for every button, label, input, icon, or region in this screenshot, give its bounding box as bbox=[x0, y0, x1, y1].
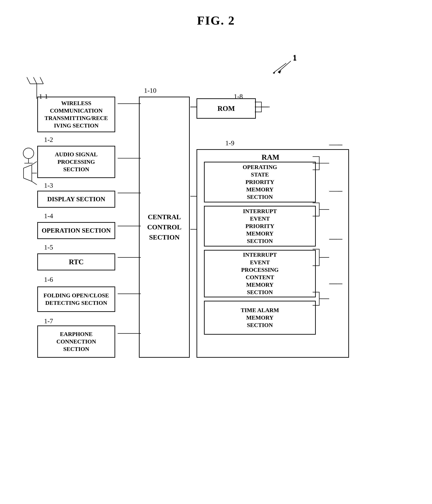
page-title: FIG. 2 bbox=[0, 0, 432, 28]
svg-marker-45 bbox=[278, 70, 281, 74]
rtc-box: RTC bbox=[37, 253, 115, 270]
ref-1-10: 1-10 bbox=[144, 86, 156, 94]
ram-outer-box: RAM OPERATING STATE PRIORITY MEMORY SECT… bbox=[196, 149, 349, 358]
svg-line-6 bbox=[33, 77, 37, 84]
svg-line-5 bbox=[27, 77, 30, 84]
svg-line-1 bbox=[273, 63, 286, 73]
ref-1-9: 1-9 bbox=[225, 139, 234, 147]
svg-marker-11 bbox=[24, 165, 32, 181]
ref-1-5: 1-5 bbox=[44, 243, 53, 251]
svg-point-8 bbox=[23, 148, 34, 159]
earphone-box: EARPHONE CONNECTION SECTION bbox=[37, 325, 115, 358]
ref-1-7: 1-7 bbox=[44, 317, 53, 325]
ref-1-2: 1-2 bbox=[44, 136, 53, 144]
ref-1-3: 1-3 bbox=[44, 181, 53, 189]
svg-text:1: 1 bbox=[293, 53, 297, 62]
central-control-box: CENTRAL CONTROL SECTION bbox=[139, 97, 190, 358]
operation-box: OPERATION SECTION bbox=[37, 222, 115, 239]
wireless-box: WIRELESS COMMUNICATION TRANSMITTING/RECE… bbox=[37, 97, 115, 132]
svg-line-12 bbox=[32, 162, 37, 165]
audio-box: AUDIO SIGNAL PROCESSING SECTION bbox=[37, 146, 115, 178]
svg-line-7 bbox=[40, 77, 43, 84]
ram-label: RAM bbox=[262, 153, 279, 162]
ref-1-6: 1-6 bbox=[44, 276, 53, 283]
folding-box: FOLDING OPEN/CLOSE DETECTING SECTION bbox=[37, 287, 115, 312]
ref-1-4: 1-4 bbox=[44, 212, 53, 220]
op-state-box: OPERATING STATE PRIORITY MEMORY SECTION bbox=[204, 162, 316, 202]
svg-text:1: 1 bbox=[293, 54, 297, 62]
time-alarm-box: TIME ALARM MEMORY SECTION bbox=[204, 301, 316, 335]
svg-line-44 bbox=[278, 61, 291, 72]
svg-marker-2 bbox=[273, 71, 275, 74]
svg-line-14 bbox=[32, 181, 37, 185]
interrupt-processing-box: INTERRUPT EVENT PROCESSING CONTENT MEMOR… bbox=[204, 250, 316, 297]
interrupt-priority-box: INTERRUPT EVENT PRIORITY MEMORY SECTION bbox=[204, 206, 316, 246]
display-box: DISPLAY SECTION bbox=[37, 191, 115, 208]
rom-box: ROM bbox=[196, 98, 256, 119]
